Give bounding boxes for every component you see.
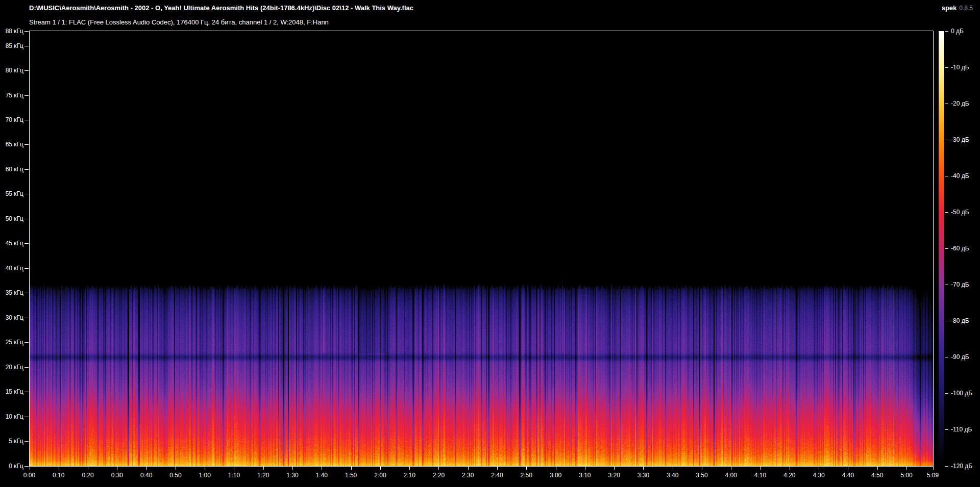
time-tick-label: 4:10 (754, 472, 766, 479)
freq-tick-label: 60 кГц (0, 166, 23, 173)
time-tick (88, 467, 88, 470)
time-tick-label: 0:00 (23, 472, 35, 479)
time-tick (205, 467, 205, 470)
stream-info: Stream 1 / 1: FLAC (Free Lossless Audio … (29, 18, 329, 26)
db-tick (945, 176, 948, 176)
freq-tick-label: 75 кГц (0, 92, 23, 99)
freq-tick (24, 46, 29, 46)
db-tick (945, 67, 948, 68)
freq-tick (24, 169, 29, 170)
time-tick (263, 467, 264, 470)
db-tick (945, 248, 948, 249)
time-tick-label: 1:30 (286, 472, 298, 479)
db-tick-label: -80 дБ (951, 317, 969, 324)
freq-tick (24, 31, 29, 32)
file-path-title: D:\MUSIC\Aerosmith\Aerosmith - 2002 - O,… (29, 4, 413, 12)
freq-tick-label: 35 кГц (0, 289, 23, 296)
time-tick-label: 3:50 (696, 472, 707, 479)
db-tick (945, 429, 948, 430)
time-tick-label: 5:00 (900, 472, 912, 479)
db-tick-label: -50 дБ (951, 209, 969, 216)
freq-tick-label: 88 кГц (0, 28, 23, 35)
freq-tick (24, 120, 29, 120)
time-tick-label: 4:20 (783, 472, 795, 479)
freq-tick (24, 367, 29, 368)
time-tick (351, 467, 352, 470)
time-tick-label: 2:40 (491, 472, 503, 479)
freq-tick-label: 85 кГц (0, 42, 23, 49)
freq-tick-label: 70 кГц (0, 116, 23, 123)
time-tick-label: 2:00 (374, 472, 386, 479)
time-tick-label: 4:30 (813, 472, 824, 479)
time-tick (614, 467, 615, 470)
time-tick (468, 467, 469, 470)
freq-tick (24, 293, 29, 293)
time-tick (438, 467, 439, 470)
freq-tick-label: 20 кГц (0, 364, 23, 371)
time-tick (906, 467, 907, 470)
time-tick-label: 3:20 (608, 472, 620, 479)
freq-tick (24, 318, 29, 318)
freq-tick (24, 219, 29, 219)
time-tick (30, 467, 30, 470)
time-tick-label: 2:30 (462, 472, 474, 479)
time-tick-label: 5:09 (927, 472, 939, 479)
time-tick (497, 467, 498, 470)
db-tick-label: -30 дБ (951, 136, 969, 143)
time-tick (117, 467, 117, 470)
db-tick-label: -120 дБ (951, 463, 972, 470)
freq-tick-label: 25 кГц (0, 339, 23, 346)
freq-tick (24, 268, 29, 269)
time-tick-label: 1:10 (228, 472, 240, 479)
time-tick (176, 467, 176, 470)
db-tick (945, 140, 948, 140)
freq-tick-label: 0 кГц (0, 463, 23, 470)
db-tick-label: -10 дБ (951, 64, 969, 71)
time-tick-label: 2:50 (521, 472, 532, 479)
db-tick (945, 321, 948, 321)
db-tick (945, 31, 948, 32)
app-name: spek (942, 4, 957, 12)
db-tick (945, 466, 948, 467)
freq-tick-label: 50 кГц (0, 215, 23, 222)
time-tick (322, 467, 322, 470)
time-tick-label: 1:00 (199, 472, 211, 479)
db-tick-label: -20 дБ (951, 100, 969, 107)
time-tick (819, 467, 819, 470)
freq-tick (24, 466, 29, 467)
time-tick-label: 0:50 (169, 472, 181, 479)
freq-tick (24, 194, 29, 194)
app-version: 0.8.5 (959, 5, 973, 12)
time-tick (702, 467, 702, 470)
time-tick (526, 467, 527, 470)
time-tick-label: 4:50 (871, 472, 883, 479)
db-tick-label: -110 дБ (951, 426, 972, 433)
freq-tick (24, 70, 29, 71)
db-tick (945, 285, 948, 285)
freq-tick (24, 392, 29, 392)
time-tick (409, 467, 410, 470)
time-tick-label: 4:00 (725, 472, 737, 479)
spectrogram-canvas (30, 31, 933, 466)
db-tick-label: -60 дБ (951, 245, 969, 252)
freq-tick-label: 40 кГц (0, 265, 23, 272)
time-tick-label: 0:10 (53, 472, 64, 479)
freq-tick-label: 30 кГц (0, 314, 23, 321)
spek-window: D:\MUSIC\Aerosmith\Aerosmith - 2002 - O,… (0, 0, 980, 487)
freq-tick-label: 80 кГц (0, 67, 23, 74)
time-tick-label: 0:30 (111, 472, 123, 479)
time-tick (790, 467, 790, 470)
freq-tick-label: 65 кГц (0, 141, 23, 148)
time-tick-label: 3:40 (667, 472, 678, 479)
app-brand: spek0.8.5 (942, 4, 973, 12)
freq-tick-label: 15 кГц (0, 388, 23, 395)
time-tick (877, 467, 878, 470)
time-tick (292, 467, 293, 470)
db-tick (945, 393, 948, 394)
time-tick-label: 1:40 (316, 472, 328, 479)
db-tick (945, 212, 948, 213)
time-tick (585, 467, 585, 470)
time-tick (556, 467, 556, 470)
db-tick-label: -70 дБ (951, 281, 969, 288)
freq-tick (24, 243, 29, 244)
